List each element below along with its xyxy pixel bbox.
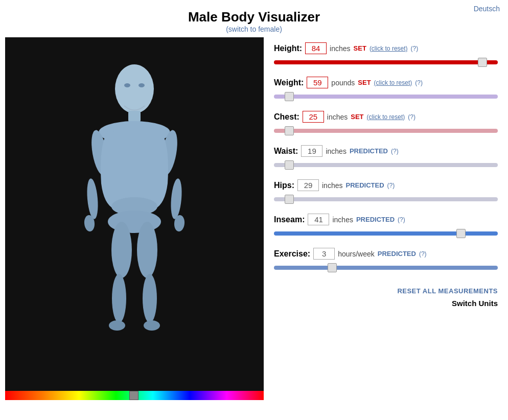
inseam-input[interactable] [308,214,329,225]
bottom-actions: RESET ALL MEASUREMENTS Switch Units [274,287,498,308]
hips-unit: inches [322,181,342,190]
height-status: SET [354,44,366,52]
body-svg [63,51,206,378]
exercise-input[interactable] [313,248,335,260]
hips-label: Hips: [274,181,294,190]
height-slider-container [274,57,498,67]
switch-gender-link[interactable]: (switch to female) [0,25,508,33]
controls-panel: Height: inches SET (click to reset) (?) … [274,37,503,400]
hips-row: Hips: inches PREDICTED (?) [274,179,498,204]
svg-point-5 [86,178,100,219]
svg-point-15 [109,320,125,331]
switch-units-button[interactable]: Switch Units [452,299,498,308]
inseam-slider[interactable] [274,231,498,236]
waist-label: Waist: [274,147,298,156]
hips-status: PREDICTED [345,181,384,189]
hips-slider[interactable] [274,197,498,201]
exercise-unit: hours/week [338,250,375,258]
weight-input[interactable] [307,77,328,88]
chest-help[interactable]: (?) [408,113,415,121]
weight-label: Weight: [274,78,304,87]
exercise-slider-container [274,263,498,273]
weight-unit: pounds [331,79,355,87]
exercise-help[interactable]: (?) [419,250,427,258]
weight-help[interactable]: (?) [415,79,423,86]
body-visualizer [5,37,264,400]
height-label: Height: [274,44,302,53]
body-figure [5,37,264,391]
weight-row: Weight: pounds SET (click to reset) (?) [274,77,498,102]
chest-status: SET [351,113,363,121]
weight-status: SET [358,79,371,86]
height-input[interactable] [305,42,327,54]
svg-point-6 [170,178,183,219]
chest-row: Chest: inches SET (click to reset) (?) [274,111,498,136]
inseam-label: Inseam: [274,215,305,224]
weight-reset[interactable]: (click to reset) [374,79,412,86]
reset-all-button[interactable]: RESET ALL MEASUREMENTS [397,287,498,295]
hips-slider-container [274,194,498,204]
waist-unit: inches [326,147,346,155]
color-bar-thumb[interactable] [129,391,138,400]
svg-point-13 [112,274,126,323]
exercise-status: PREDICTED [378,250,416,258]
exercise-slider[interactable] [274,266,498,270]
height-slider[interactable] [274,60,498,64]
waist-row: Waist: inches PREDICTED (?) [274,145,498,170]
svg-point-0 [115,64,154,113]
hips-input[interactable] [297,179,319,191]
height-help[interactable]: (?) [411,45,419,52]
waist-input[interactable] [301,145,322,157]
weight-slider[interactable] [274,95,498,99]
color-bar[interactable] [5,391,264,400]
inseam-slider-container [274,228,498,239]
waist-slider-container [274,160,498,170]
inseam-status: PREDICTED [356,216,395,223]
height-reset[interactable]: (click to reset) [370,45,408,52]
svg-point-16 [144,320,160,331]
height-unit: inches [330,44,350,53]
waist-status: PREDICTED [350,147,388,155]
weight-slider-container [274,91,498,102]
exercise-label: Exercise: [274,249,310,259]
svg-point-14 [143,274,157,323]
chest-slider[interactable] [274,129,498,133]
svg-point-17 [124,83,130,87]
svg-rect-1 [128,111,141,122]
language-link[interactable]: Deutsch [474,5,500,13]
inseam-unit: inches [332,216,353,224]
svg-point-18 [138,83,145,87]
chest-unit: inches [327,113,348,121]
svg-point-12 [137,222,157,278]
hips-help[interactable]: (?) [387,182,395,189]
inseam-help[interactable]: (?) [398,216,405,223]
chest-label: Chest: [274,112,299,122]
waist-slider[interactable] [274,163,498,167]
chest-slider-container [274,126,498,136]
exercise-row: Exercise: hours/week PREDICTED (?) [274,248,498,273]
chest-reset[interactable]: (click to reset) [367,113,405,121]
page-title: Male Body Visualizer [0,9,508,25]
svg-point-11 [111,222,132,278]
height-row: Height: inches SET (click to reset) (?) [274,42,498,67]
chest-input[interactable] [303,111,324,123]
inseam-row: Inseam: inches PREDICTED (?) [274,214,498,239]
waist-help[interactable]: (?) [391,148,399,155]
